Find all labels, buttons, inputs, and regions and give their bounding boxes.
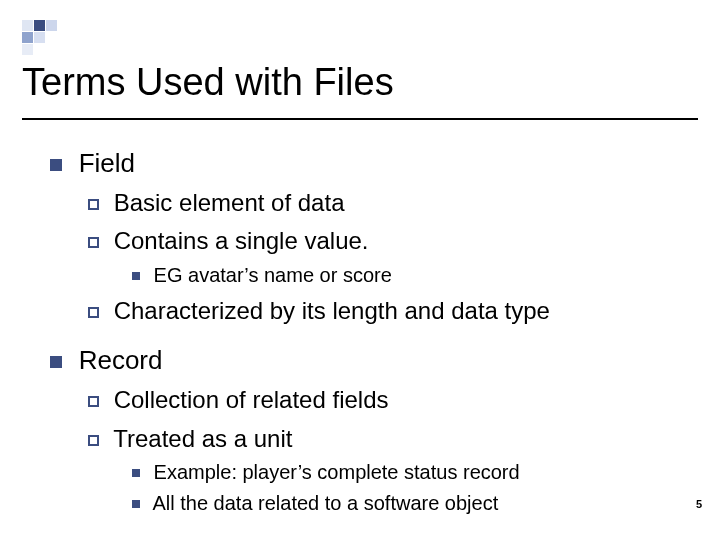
square-filled-icon xyxy=(50,159,62,171)
bullet-level3: EG avatar’s name or score xyxy=(132,262,690,289)
bullet-level2: Basic element of data xyxy=(88,187,690,219)
bullet-text: Collection of related fields xyxy=(114,386,389,413)
bullet-text: Example: player’s complete status record xyxy=(154,461,520,483)
square-small-icon xyxy=(132,272,140,280)
bullet-text: Characterized by its length and data typ… xyxy=(114,297,550,324)
bullet-text: Basic element of data xyxy=(114,189,345,216)
square-open-icon xyxy=(88,396,99,407)
page-number: 5 xyxy=(696,498,702,510)
square-small-icon xyxy=(132,469,140,477)
bullet-level1: Record xyxy=(50,343,690,378)
bullet-text: All the data related to a software objec… xyxy=(152,492,498,514)
bullet-text: EG avatar’s name or score xyxy=(154,264,392,286)
bullet-text: Treated as a unit xyxy=(113,425,292,452)
bullet-level2: Contains a single value. xyxy=(88,225,690,257)
bullet-level3: Example: player’s complete status record xyxy=(132,459,690,486)
slide-title: Terms Used with Files xyxy=(22,62,394,104)
square-filled-icon xyxy=(50,356,62,368)
bullet-text: Contains a single value. xyxy=(114,227,369,254)
bullet-label: Field xyxy=(79,148,135,178)
square-open-icon xyxy=(88,307,99,318)
bullet-label: Record xyxy=(79,345,163,375)
square-open-icon xyxy=(88,199,99,210)
bullet-level2: Collection of related fields xyxy=(88,384,690,416)
title-underline xyxy=(22,118,698,120)
corner-decoration xyxy=(22,20,70,56)
square-open-icon xyxy=(88,435,99,446)
bullet-level1: Field xyxy=(50,146,690,181)
bullet-level3: All the data related to a software objec… xyxy=(132,490,690,517)
bullet-level2: Treated as a unit xyxy=(88,423,690,455)
square-small-icon xyxy=(132,500,140,508)
bullet-level2: Characterized by its length and data typ… xyxy=(88,295,690,327)
slide-body: Field Basic element of data Contains a s… xyxy=(50,140,690,517)
square-open-icon xyxy=(88,237,99,248)
